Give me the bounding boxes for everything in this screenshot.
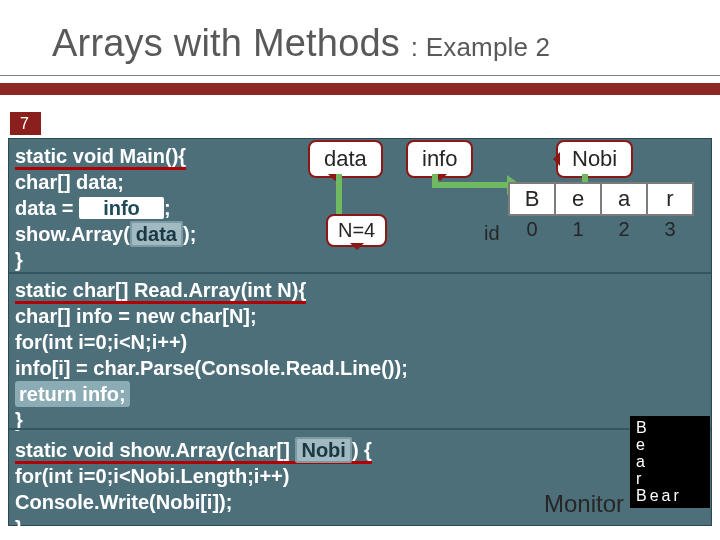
title-sub: : Example 2 xyxy=(411,32,551,62)
code-line: static void show.Array(char[] Nobi) { xyxy=(15,437,705,463)
monitor-label: Monitor xyxy=(544,490,624,518)
array-cell: e xyxy=(554,182,602,216)
console-output: Bear xyxy=(636,487,704,504)
bubble-nobi: Nobi xyxy=(556,140,633,178)
arrow-shaft xyxy=(432,182,512,188)
code-line: } xyxy=(15,515,705,540)
console-monitor: B e a r Bear xyxy=(630,416,710,508)
slide-number-badge: 7 xyxy=(10,112,41,135)
code-line: static char[] Read.Array(int N){ xyxy=(15,277,705,303)
title-main: Arrays with Methods xyxy=(52,22,400,64)
console-line: a xyxy=(636,453,704,470)
bubble-data: data xyxy=(308,140,383,178)
array-cell: B xyxy=(508,182,556,216)
separator-line xyxy=(9,272,711,274)
console-line: e xyxy=(636,436,704,453)
code-line: char[] info = new char[N]; xyxy=(15,303,705,329)
array-index: 2 xyxy=(600,218,648,241)
code-line: for(int i=0;i<N;i++) xyxy=(15,329,705,355)
console-line: B xyxy=(636,419,704,436)
id-label: id xyxy=(484,222,500,245)
char-array-table: B e a r id 0 1 2 3 xyxy=(510,182,710,241)
arg-data-box: data xyxy=(130,221,183,247)
code-line: info[i] = char.Parse(Console.Read.Line()… xyxy=(15,355,705,381)
bubble-info: info xyxy=(406,140,473,178)
bubble-n4: N=4 xyxy=(326,214,387,247)
param-nobi-box: Nobi xyxy=(295,437,351,463)
array-cell: a xyxy=(600,182,648,216)
arrow-shaft xyxy=(336,174,342,214)
slide-title: Arrays with Methods : Example 2 xyxy=(0,0,720,75)
array-index: 1 xyxy=(554,218,602,241)
separator-line xyxy=(9,428,711,430)
array-cell: r xyxy=(646,182,694,216)
console-line: r xyxy=(636,470,704,487)
code-line: for(int i=0;i<Nobi.Length;i++) xyxy=(15,463,705,489)
ghost-info: info xyxy=(79,197,164,219)
array-index: 3 xyxy=(646,218,694,241)
array-index: 0 xyxy=(508,218,556,241)
ribbon-top-line xyxy=(0,75,720,83)
ribbon-red xyxy=(0,83,720,95)
code-line: return info; xyxy=(15,381,705,407)
